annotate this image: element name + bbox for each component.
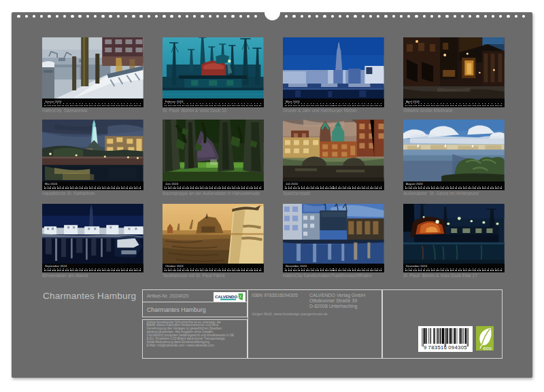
svg-text:CALVENDO: CALVENDO (215, 294, 237, 299)
svg-text:eco: eco (483, 345, 492, 351)
